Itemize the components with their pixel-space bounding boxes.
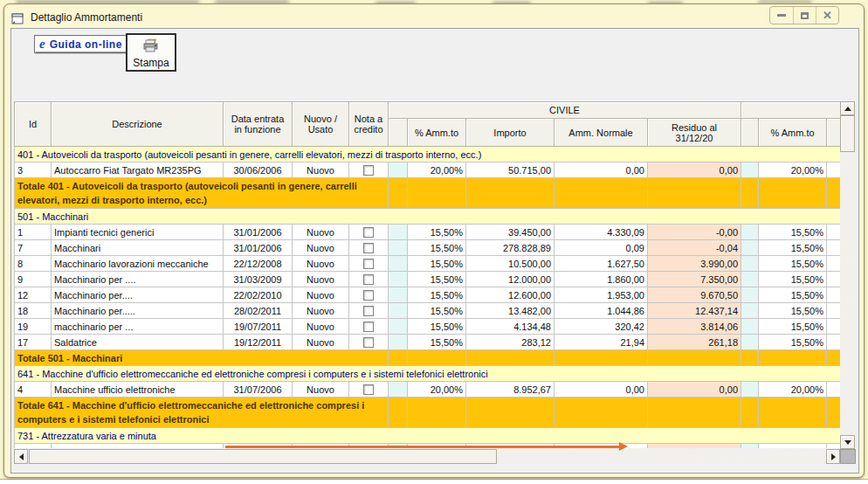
cell-pct-2: 15,50% xyxy=(759,225,827,240)
cell-amm-normale: 0,09 xyxy=(555,240,648,256)
nota-credito-checkbox[interactable] xyxy=(363,306,374,316)
nota-credito-checkbox[interactable] xyxy=(363,227,374,238)
table-row[interactable]: 8Macchinario lavorazioni meccaniche22/12… xyxy=(15,256,841,272)
cell-descrizione: Impianti tecnici generici xyxy=(52,225,224,240)
total-label: Totale 401 - Autoveicoli da trasporto (a… xyxy=(15,178,389,209)
table-row[interactable]: 9Macchinario per ....31/03/2009Nuovo15,5… xyxy=(15,272,841,287)
cell-marker1 xyxy=(389,162,408,178)
cell-importo: 4.134,48 xyxy=(466,319,555,335)
maximize-button[interactable] xyxy=(793,7,816,24)
cell-marker1 xyxy=(389,272,408,287)
scroll-right-button[interactable] xyxy=(826,449,840,464)
nota-credito-checkbox[interactable] xyxy=(363,337,374,348)
col-header-id[interactable]: Id xyxy=(15,102,52,147)
cell-amm-normale: 1.860,00 xyxy=(555,272,648,287)
depreciation-table: Id Descrizione Data entrata in funzione … xyxy=(14,101,841,448)
category-group-row[interactable]: 501 - Macchinari xyxy=(15,209,841,225)
cell-nuovo-usato: Nuovo xyxy=(293,382,349,398)
band-next xyxy=(741,102,841,119)
total-cell xyxy=(759,178,827,209)
cell-importo: 10.500,00 xyxy=(466,256,555,272)
nota-credito-checkbox[interactable] xyxy=(363,274,374,285)
col-header-pct-2[interactable]: % Amm.to xyxy=(759,119,827,147)
partial-cell xyxy=(827,444,841,448)
total-cell xyxy=(466,398,555,428)
cell-residuo: 0,00 xyxy=(648,382,741,398)
group-label: 401 - Autoveicoli da trasporto (autoveic… xyxy=(15,147,841,162)
cell-residuo: 0,00 xyxy=(648,162,741,178)
nota-credito-checkbox[interactable] xyxy=(363,243,374,253)
cell-data-entrata: 28/02/2011 xyxy=(224,303,293,319)
nota-credito-checkbox[interactable] xyxy=(363,259,374,269)
vertical-scrollbar[interactable] xyxy=(840,101,855,449)
table-row[interactable]: 3Autoccarro Fiat Targato MR235PG30/06/20… xyxy=(15,162,841,178)
cell-pct-2: 15,50% xyxy=(759,319,827,335)
table-row[interactable]: 17Saldatrice19/12/2011Nuovo15,50%283,122… xyxy=(15,335,841,350)
table-row[interactable]: 4Macchine ufficio elettroniche31/07/2006… xyxy=(15,382,841,398)
cell-sliver xyxy=(827,319,841,335)
cell-sliver xyxy=(827,256,841,272)
cell-nuovo-usato: Nuovo xyxy=(293,303,349,319)
nota-credito-checkbox[interactable] xyxy=(363,322,374,332)
cell-data-entrata: 19/07/2011 xyxy=(224,319,293,335)
close-button[interactable]: ✕ xyxy=(816,7,838,24)
stampa-button[interactable]: Stampa xyxy=(126,33,176,72)
cell-marker2 xyxy=(741,382,759,398)
col-header-nuovo-usato[interactable]: Nuovo / Usato xyxy=(293,102,349,147)
col-header-descrizione[interactable]: Descrizione xyxy=(52,102,224,147)
col-header-residuo[interactable]: Residuo al 31/12/20 xyxy=(648,119,741,147)
category-group-row[interactable]: 731 - Attrezzatura varia e minuta xyxy=(15,428,841,444)
cell-id: 7 xyxy=(15,240,52,256)
total-row[interactable]: Totale 401 - Autoveicoli da trasporto (a… xyxy=(15,178,841,209)
nota-credito-checkbox[interactable] xyxy=(363,290,374,301)
partial-cell xyxy=(741,444,759,448)
cell-importo: 13.482,00 xyxy=(466,303,555,319)
col-header-amm-normale[interactable]: Amm. Normale xyxy=(555,119,648,147)
total-cell xyxy=(759,398,827,428)
scroll-down-button[interactable] xyxy=(840,435,855,449)
guida-online-button[interactable]: e Guida on-line xyxy=(34,35,130,53)
table-row[interactable]: 12Macchinario per....22/02/2010Nuovo15,5… xyxy=(15,287,841,303)
col-header-nota-credito[interactable]: Nota a credito xyxy=(349,102,389,147)
cell-nuovo-usato: Nuovo xyxy=(293,335,349,350)
vertical-scroll-thumb[interactable] xyxy=(840,115,855,152)
table-row[interactable]: 7Macchinari31/01/2006Nuovo15,50%278.828,… xyxy=(15,240,841,256)
minimize-icon xyxy=(777,14,786,17)
cell-pct-civile: 15,50% xyxy=(408,240,466,256)
cell-residuo: 7.350,00 xyxy=(648,272,741,287)
col-header-pct-civile[interactable]: % Amm.to xyxy=(408,119,466,147)
total-row[interactable]: Totale 641 - Macchine d'ufficio elettrom… xyxy=(15,398,841,428)
cell-pct-2: 15,50% xyxy=(759,272,827,287)
cell-amm-normale: 320,42 xyxy=(555,319,648,335)
scroll-up-button[interactable] xyxy=(840,101,855,115)
total-cell xyxy=(389,350,408,366)
cell-nuovo-usato: Nuovo xyxy=(293,225,349,240)
category-group-row[interactable]: 641 - Macchine d'ufficio elettromeccanic… xyxy=(15,366,841,382)
cell-id: 18 xyxy=(15,303,52,319)
band-civile: CIVILE xyxy=(389,102,741,119)
table-row[interactable]: 1Impianti tecnici generici31/01/2006Nuov… xyxy=(15,225,841,240)
cell-sliver xyxy=(827,225,841,240)
col-header-data-entrata[interactable]: Data entrata in funzione xyxy=(224,102,293,147)
minimize-button[interactable] xyxy=(770,7,793,24)
horizontal-scroll-thumb[interactable] xyxy=(29,449,497,464)
cell-pct-civile: 15,50% xyxy=(408,225,466,240)
total-cell xyxy=(741,178,759,209)
scroll-left-button[interactable] xyxy=(14,449,28,464)
nota-credito-checkbox[interactable] xyxy=(363,384,374,395)
total-row[interactable]: Totale 501 - Macchinari xyxy=(15,350,841,366)
cell-marker2 xyxy=(741,335,759,350)
cell-marker2 xyxy=(741,319,759,335)
horizontal-scrollbar[interactable] xyxy=(14,449,840,464)
table-row[interactable]: 19macchinario per ...19/07/2011Nuovo15,5… xyxy=(15,319,841,335)
nota-credito-checkbox[interactable] xyxy=(363,165,374,176)
cell-data-entrata: 31/03/2009 xyxy=(224,272,293,287)
partial-cell xyxy=(52,444,224,448)
col-header-importo[interactable]: Importo xyxy=(466,119,555,147)
table-row[interactable]: 18Macchinario per.....28/02/2011Nuovo15,… xyxy=(15,303,841,319)
category-group-row[interactable]: 401 - Autoveicoli da trasporto (autoveic… xyxy=(15,147,841,162)
cell-marker2 xyxy=(741,287,759,303)
total-cell xyxy=(555,398,648,428)
cell-nuovo-usato: Nuovo xyxy=(293,256,349,272)
titlebar[interactable]: Dettaglio Ammortamenti xyxy=(11,8,857,27)
